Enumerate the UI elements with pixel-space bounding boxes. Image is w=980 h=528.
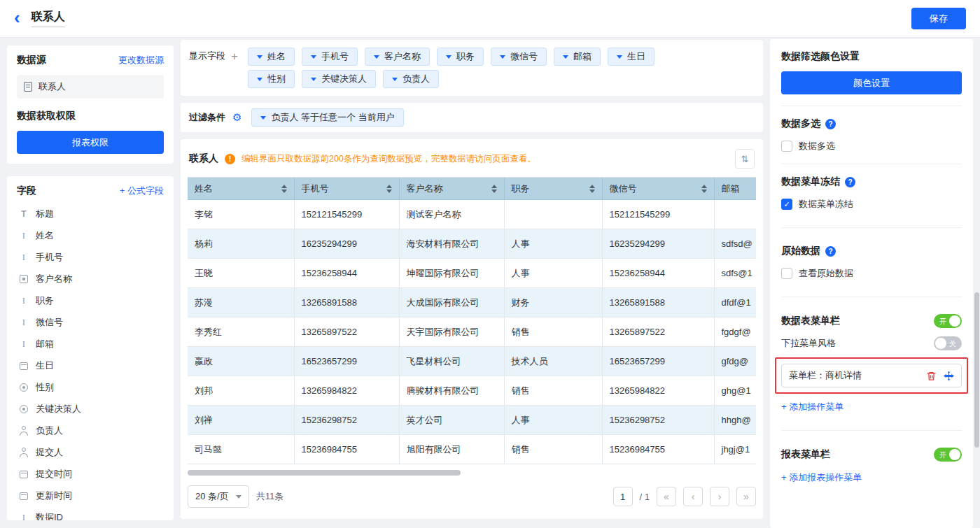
sort-arrows-icon[interactable] — [491, 185, 497, 193]
report-permission-button[interactable]: 报表权限 — [17, 131, 164, 154]
checkbox-label: 数据菜单冻结 — [799, 198, 853, 211]
table-cell: 销售 — [504, 435, 602, 464]
field-list-item[interactable]: 负责人 — [14, 420, 167, 441]
save-button[interactable]: 保存 — [911, 8, 966, 29]
field-list-item[interactable]: 关键决策人 — [14, 398, 167, 420]
report-menu-toggle[interactable]: 开 — [934, 448, 962, 462]
column-header[interactable]: 微信号 — [602, 178, 714, 200]
field-chip[interactable]: 手机号 — [302, 48, 358, 66]
field-chip[interactable]: 性别 — [248, 70, 295, 88]
datasource-item[interactable]: 联系人 — [17, 75, 164, 99]
field-type-icon — [18, 208, 29, 220]
divider — [781, 430, 962, 431]
scrollbar-thumb[interactable] — [188, 470, 461, 476]
field-list-item[interactable]: 职务 — [14, 290, 167, 311]
table-row[interactable]: 杨莉 16235294299 海安材料有限公司 人事 16235294299 s… — [188, 229, 756, 259]
column-header[interactable]: 手机号 — [294, 178, 399, 200]
help-icon[interactable]: ? — [845, 177, 855, 187]
sort-arrows-icon[interactable] — [281, 185, 287, 193]
column-header[interactable]: 职务 — [504, 178, 602, 200]
field-list-item[interactable]: 邮箱 — [14, 333, 167, 355]
scrollbar-thumb[interactable] — [974, 292, 979, 448]
checkbox-unchecked[interactable] — [781, 141, 792, 152]
add-action-menu-link[interactable]: + 添加操作菜单 — [781, 401, 962, 413]
prev-page-button[interactable]: ‹ — [683, 487, 703, 506]
field-type-icon — [18, 512, 29, 521]
field-list-item[interactable]: 标题 — [14, 203, 167, 224]
filter-condition-label: 负责人 等于任意一个 当前用户 — [271, 111, 394, 124]
menu-bar-item[interactable]: 菜单栏：商机详情 — [781, 364, 962, 387]
table-row[interactable]: 刘邦 13265984822 腾骏材料有限公司 销售 13265984822 g… — [188, 376, 756, 406]
column-header[interactable]: 客户名称 — [399, 178, 504, 200]
add-formula-field-link[interactable]: + 公式字段 — [120, 185, 164, 197]
page-input[interactable]: 1 — [613, 487, 633, 506]
help-icon[interactable]: ? — [825, 119, 836, 129]
datasource-item-label: 联系人 — [38, 80, 66, 93]
back-button[interactable]: ‹ — [14, 10, 20, 25]
field-chip[interactable]: 生日 — [608, 48, 654, 66]
field-list-item[interactable]: 客户名称 — [14, 268, 167, 290]
field-list-item[interactable]: 生日 — [14, 355, 167, 376]
next-page-button[interactable]: › — [710, 487, 729, 506]
chevron-down-icon — [392, 78, 398, 81]
sort-arrows-icon[interactable] — [386, 185, 392, 193]
sort-arrows-icon[interactable] — [589, 185, 595, 193]
page-size-select[interactable]: 20 条/页 — [188, 485, 249, 508]
divider — [781, 297, 962, 297]
checkbox-checked[interactable]: ✓ — [781, 199, 792, 210]
left-sidebar: 数据源 更改数据源 联系人 数据获取权限 报表权限 字段 + 公式字段 标题 姓… — [7, 45, 174, 520]
display-fields-panel: 显示字段 + 姓名 手机号 客户名称 — [181, 40, 763, 96]
divider — [781, 164, 962, 164]
color-settings-button[interactable]: 颜色设置 — [781, 71, 962, 94]
multi-select-option[interactable]: 数据多选 — [781, 140, 962, 152]
field-chip[interactable]: 邮箱 — [554, 48, 601, 66]
table-row[interactable]: 李铭 152121545299 测试客户名称 152121545299 — [188, 200, 756, 229]
table-row[interactable]: 苏漫 13265891588 大成国际有限公司 财务 13265891588 d… — [188, 288, 756, 317]
column-header[interactable]: 邮箱 — [714, 178, 756, 200]
help-icon[interactable]: ? — [825, 246, 836, 257]
field-chip[interactable]: 客户名称 — [365, 48, 430, 66]
raw-data-option[interactable]: 查看原始数据 — [781, 267, 962, 280]
move-icon[interactable] — [944, 371, 954, 381]
dropdown-style-label: 下拉菜单风格 — [781, 337, 836, 350]
field-list-item[interactable]: 提交时间 — [14, 463, 167, 485]
table-row[interactable]: 李秀红 13265897522 天宇国际有限公司 销售 13265897522 … — [188, 317, 756, 347]
field-list-item[interactable]: 提交人 — [14, 441, 167, 463]
table-row[interactable]: 王晓 15236258944 坤曜国际有限公司 人事 15236258944 s… — [188, 259, 756, 288]
table-row[interactable]: 刘禅 15236298752 英才公司 人事 15236298752 hhgh@ — [188, 406, 756, 435]
table-row[interactable]: 嬴政 16523657299 飞星材料公司 技术人员 16523657299 g… — [188, 347, 756, 376]
add-report-menu-link[interactable]: + 添加报表操作菜单 — [781, 471, 962, 484]
table-cell — [714, 200, 756, 229]
add-display-field-button[interactable]: + — [231, 50, 238, 62]
horizontal-scrollbar[interactable] — [188, 470, 756, 476]
delete-icon[interactable] — [926, 371, 937, 381]
sort-button[interactable]: ⇅ — [735, 149, 755, 169]
vertical-scrollbar[interactable] — [974, 39, 979, 527]
checkbox-unchecked[interactable] — [781, 268, 792, 279]
field-list-item[interactable]: 手机号 — [14, 246, 167, 268]
field-chip[interactable]: 姓名 — [248, 48, 295, 66]
first-page-button[interactable]: « — [657, 487, 676, 506]
field-list-item[interactable]: 微信号 — [14, 311, 167, 333]
table-cell: gfdg@ — [714, 347, 756, 376]
menu-freeze-option[interactable]: ✓ 数据菜单冻结 — [781, 198, 962, 211]
field-chip[interactable]: 负责人 — [383, 70, 439, 88]
field-list-item[interactable]: 更新时间 — [14, 485, 167, 506]
table-row[interactable]: 司马懿 15236984755 旭阳有限公司 销售 15236984755 jh… — [188, 435, 756, 464]
change-datasource-link[interactable]: 更改数据源 — [118, 54, 164, 66]
column-header-label: 职务 — [512, 183, 530, 195]
gear-icon[interactable]: ⚙ — [232, 111, 241, 124]
field-chip[interactable]: 微信号 — [491, 48, 547, 66]
filter-condition-chip[interactable]: 负责人 等于任意一个 当前用户 — [251, 108, 403, 127]
last-page-button[interactable]: » — [736, 487, 756, 506]
field-chip[interactable]: 职务 — [437, 48, 484, 66]
dropdown-style-toggle[interactable]: 关 — [934, 336, 962, 350]
field-list-item[interactable]: 性别 — [14, 376, 167, 398]
table-menu-toggle[interactable]: 开 — [934, 314, 962, 328]
field-list-item[interactable]: 姓名 — [14, 224, 167, 246]
sort-arrows-icon[interactable] — [701, 185, 707, 193]
table-cell: 13265984822 — [602, 376, 714, 406]
column-header[interactable]: 姓名 — [188, 178, 294, 200]
field-list-item[interactable]: 数据ID — [14, 506, 167, 520]
field-chip[interactable]: 关键决策人 — [302, 70, 376, 88]
